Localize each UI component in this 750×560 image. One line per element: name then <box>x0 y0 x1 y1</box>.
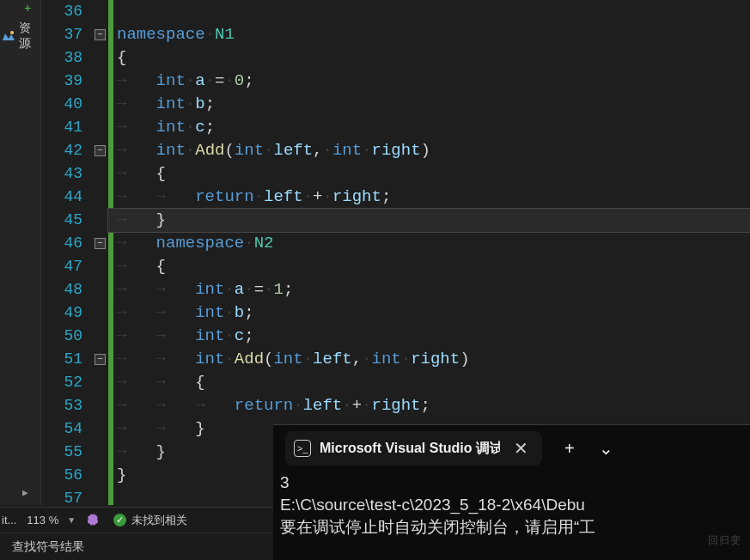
left-panel: + 资源 ▶ <box>0 0 41 505</box>
code-line[interactable]: → int·a·=·0; <box>108 70 750 93</box>
line-number: 44 <box>41 186 93 209</box>
fold-toggle-icon[interactable]: − <box>95 354 106 365</box>
code-line[interactable]: → int·c; <box>108 116 750 139</box>
line-number: 51 <box>41 348 93 371</box>
code-line[interactable]: → → int·a·=·1; <box>108 278 750 301</box>
find-symbol-results-tab[interactable]: 查找符号结果 <box>12 539 84 555</box>
code-line[interactable]: → int·b; <box>108 93 750 116</box>
issues-text: 未找到相关 <box>131 513 187 528</box>
code-line[interactable]: → → return·left·+·right; <box>108 186 750 209</box>
zoom-level[interactable]: 113 % <box>21 514 64 527</box>
terminal-tab[interactable]: >_ Microsoft Visual Studio 调试控 ✕ <box>285 431 542 466</box>
line-number: 43 <box>41 162 93 186</box>
code-line[interactable] <box>108 0 750 23</box>
line-number: 56 <box>41 464 93 487</box>
line-number: 49 <box>41 301 93 325</box>
line-number: 36 <box>41 0 93 23</box>
terminal-new-tab-icon[interactable]: + <box>564 439 575 459</box>
terminal-output-line: E:\C\source\test-c\2023_5_18-2\x64\Debu <box>280 494 744 516</box>
fold-toggle-icon[interactable]: − <box>95 145 106 156</box>
watermark-text: 回归变 <box>708 533 741 548</box>
resource-label: 资源 <box>19 21 40 52</box>
line-number: 42 <box>41 139 93 162</box>
code-line[interactable]: → → { <box>108 371 750 394</box>
svg-point-0 <box>10 31 14 34</box>
terminal-output-line: 3 <box>280 472 744 494</box>
line-number: 47 <box>41 255 93 278</box>
line-number: 39 <box>41 70 93 93</box>
terminal-dropdown-icon[interactable]: ⌄ <box>599 438 613 459</box>
resource-icon <box>2 30 15 42</box>
scroll-right-icon[interactable]: ▶ <box>22 487 28 498</box>
code-line[interactable]: → → → return·left·+·right; <box>108 394 750 417</box>
intellicode-icon[interactable] <box>86 514 100 527</box>
debug-console-window: >_ Microsoft Visual Studio 调试控 ✕ + ⌄ 3E:… <box>273 424 750 560</box>
line-number: 54 <box>41 417 93 441</box>
line-number: 52 <box>41 371 93 394</box>
code-line[interactable]: { <box>108 46 750 70</box>
code-line[interactable]: → namespace·N2 <box>108 232 750 255</box>
line-number: 38 <box>41 46 93 70</box>
line-number: 50 <box>41 325 93 348</box>
terminal-close-icon[interactable]: ✕ <box>509 438 534 459</box>
terminal-output[interactable]: 3E:\C\source\test-c\2023_5_18-2\x64\Debu… <box>273 472 750 539</box>
line-number: 37 <box>41 23 93 46</box>
code-line[interactable]: → int·Add(int·left,·int·right) <box>108 139 750 162</box>
terminal-tab-title: Microsoft Visual Studio 调试控 <box>320 440 500 458</box>
line-number-gutter: 3637383940414243444546474849505152535455… <box>41 0 93 505</box>
line-number: 40 <box>41 93 93 116</box>
fold-toggle-icon[interactable]: − <box>95 29 106 40</box>
line-number: 41 <box>41 116 93 139</box>
terminal-tab-bar: >_ Microsoft Visual Studio 调试控 ✕ + ⌄ <box>273 425 750 472</box>
plus-icon[interactable]: + <box>24 2 31 15</box>
line-number: 45 <box>41 209 93 232</box>
fold-toggle-icon[interactable]: − <box>95 238 106 249</box>
code-line[interactable]: → { <box>108 162 750 186</box>
code-line[interactable]: → { <box>108 255 750 278</box>
fold-column: −−−− <box>93 0 108 505</box>
code-line[interactable]: namespace·N1 <box>108 23 750 46</box>
code-line[interactable]: → → int·c; <box>108 325 750 348</box>
resource-item[interactable]: 资源 <box>2 21 40 52</box>
line-number: 55 <box>41 441 93 464</box>
status-it: it... <box>0 514 21 527</box>
issues-ok-icon[interactable]: ✓ <box>113 514 126 527</box>
terminal-icon: >_ <box>294 440 311 457</box>
code-line[interactable]: → } <box>108 209 750 232</box>
zoom-dropdown-icon[interactable]: ▼ <box>64 515 79 525</box>
line-number: 53 <box>41 394 93 417</box>
code-line[interactable]: → → int·Add(int·left,·int·right) <box>108 348 750 371</box>
line-number: 46 <box>41 232 93 255</box>
terminal-output-line: 要在调试停止时自动关闭控制台，请启用“工 <box>280 516 744 539</box>
line-number: 48 <box>41 278 93 301</box>
terminal-actions: + ⌄ <box>564 438 613 459</box>
code-line[interactable]: → → int·b; <box>108 301 750 325</box>
